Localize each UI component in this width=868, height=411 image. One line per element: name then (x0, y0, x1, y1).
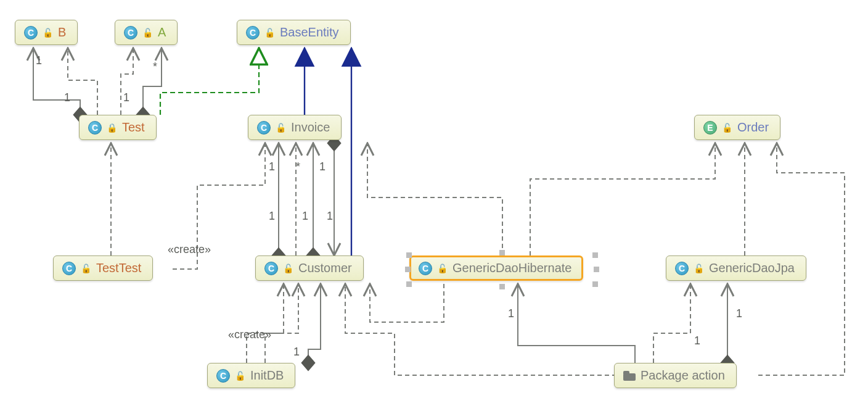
selection-handle[interactable] (406, 281, 412, 287)
enum-node-order[interactable]: E 🔓 Order (694, 115, 780, 140)
diagram-canvas (0, 0, 868, 411)
multiplicity-label: 1 (64, 91, 70, 104)
class-icon: C (246, 26, 260, 39)
unlock-icon: 🔓 (694, 264, 704, 273)
package-node-action[interactable]: Package action (614, 363, 737, 388)
class-label: Test (122, 120, 145, 135)
selection-handle[interactable] (499, 284, 505, 289)
unlock-icon: 🔓 (437, 264, 448, 273)
multiplicity-label: 1 (269, 160, 275, 173)
enum-icon: E (703, 121, 717, 135)
class-label: Order (737, 120, 769, 135)
multiplicity-label: 1 (123, 91, 129, 104)
class-icon: C (62, 262, 76, 275)
unlock-icon: 🔓 (722, 123, 732, 133)
class-node-a[interactable]: C 🔓 A (115, 20, 178, 45)
multiplicity-label: 1 (302, 210, 308, 223)
multiplicity-label: 1 (36, 54, 42, 67)
class-label: Customer (298, 261, 352, 275)
selection-handle[interactable] (499, 250, 505, 255)
class-icon: C (216, 369, 230, 383)
multiplicity-label: 1 (327, 210, 333, 223)
unlock-icon: 🔓 (235, 371, 245, 381)
multiplicity-label: 1 (319, 160, 326, 173)
class-icon: C (88, 121, 102, 135)
class-node-genericdaojpa[interactable]: C 🔓 GenericDaoJpa (666, 255, 806, 281)
class-node-testtest[interactable]: C 🔓 TestTest (53, 255, 153, 281)
class-label: TestTest (96, 261, 141, 275)
class-label: B (58, 25, 66, 39)
multiplicity-label: * (296, 160, 300, 173)
stereotype-label: «create» (168, 243, 211, 256)
package-label: Package action (641, 368, 725, 383)
class-node-invoice[interactable]: C 🔓 Invoice (248, 115, 342, 140)
class-icon: C (124, 26, 137, 39)
selection-handle[interactable] (592, 281, 598, 287)
class-node-initdb[interactable]: C 🔓 InitDB (207, 363, 295, 388)
unlock-icon: 🔓 (276, 123, 286, 133)
unlock-icon: 🔓 (283, 264, 293, 273)
multiplicity-label: 1 (736, 307, 742, 320)
class-label: A (158, 25, 166, 39)
package-icon (623, 371, 636, 381)
multiplicity-label: * (153, 60, 157, 73)
class-node-baseentity[interactable]: C 🔓 BaseEntity (237, 20, 351, 45)
selection-handle[interactable] (592, 252, 598, 258)
multiplicity-label: 1 (293, 346, 300, 359)
selection-handle[interactable] (406, 252, 412, 258)
multiplicity-label: 1 (694, 334, 700, 347)
class-label: GenericDaoHibernate (452, 261, 571, 275)
class-node-customer[interactable]: C 🔓 Customer (255, 255, 364, 281)
class-node-b[interactable]: C 🔓 B (15, 20, 78, 45)
selection-handle[interactable] (594, 267, 599, 272)
stereotype-label: «create» (228, 328, 271, 341)
class-label: InitDB (250, 368, 284, 383)
class-icon: C (675, 262, 689, 275)
class-label: GenericDaoJpa (709, 261, 795, 275)
class-node-genericdaohibernate[interactable]: C 🔓 GenericDaoHibernate (409, 255, 583, 281)
class-icon: C (257, 121, 271, 135)
class-icon: C (264, 262, 278, 275)
unlock-icon: 🔓 (264, 28, 275, 38)
class-node-test[interactable]: C 🔒 Test (79, 115, 157, 140)
unlock-icon: 🔓 (43, 28, 53, 38)
unlock-icon: 🔓 (81, 264, 91, 273)
unlock-icon: 🔓 (142, 28, 153, 38)
class-icon: C (24, 26, 38, 39)
class-label: BaseEntity (280, 25, 339, 39)
selection-handle[interactable] (405, 267, 411, 272)
multiplicity-label: 1 (508, 307, 514, 320)
lock-icon: 🔒 (107, 123, 117, 133)
class-label: Invoice (291, 120, 330, 135)
class-icon: C (419, 262, 432, 275)
multiplicity-label: 1 (269, 210, 275, 223)
